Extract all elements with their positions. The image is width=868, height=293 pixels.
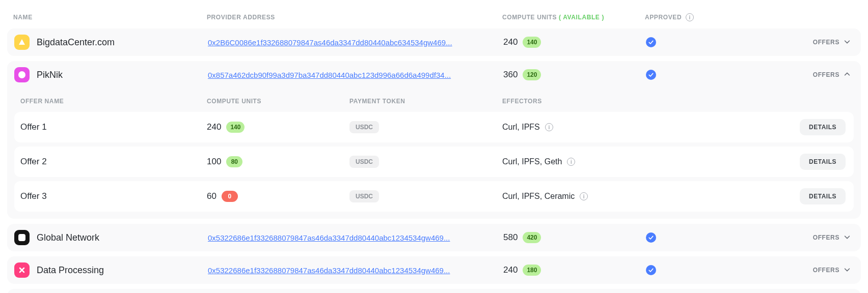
available-badge: 140 [226, 122, 245, 133]
chevron-up-icon [844, 71, 851, 79]
offer-row: Offer 210080USDCCurl, IPFS, GethiDETAILS [14, 146, 854, 177]
effectors: Curl, IPFS, Ceramici [502, 192, 706, 201]
table-row: DDC0x5322686e1f332688079847as46da3347dd8… [7, 289, 861, 293]
chevron-down-icon [844, 266, 851, 275]
provider-icon [14, 230, 30, 245]
approved-cell [646, 232, 738, 243]
col-approved: APPROVED i [645, 13, 737, 21]
provider-icon [14, 35, 30, 50]
effectors: Curl, IPFS, Gethi [502, 157, 706, 166]
chevron-down-icon [844, 233, 851, 242]
col-offer-name: OFFER NAME [20, 98, 207, 105]
provider-address[interactable]: 0x5322686e1f332688079847as46da3347dd8044… [208, 266, 503, 275]
provider-name-cell: BigdataCenter.com [14, 35, 208, 50]
available-badge: 0 [222, 191, 238, 202]
provider-name: Global Network [37, 232, 99, 243]
provider-name-cell: Global Network [14, 230, 208, 245]
table-header: NAME PROVIDER ADDRESS COMPUTE UNITS ( AV… [7, 10, 861, 28]
offers-toggle[interactable]: OFFERS [738, 266, 854, 275]
table-row: PikNik0x857a462dcb90f99a3d97ba347dd80440… [7, 61, 861, 89]
provider-icon [14, 67, 30, 82]
provider-name: Data Processing [37, 265, 104, 276]
table-row: Global Network0x5322686e1f332688079847as… [7, 224, 861, 251]
provider-address[interactable]: 0x857a462dcb90f99a3d97ba347dd80440abc123… [208, 71, 503, 79]
info-icon[interactable]: i [567, 158, 575, 166]
offer-name: Offer 1 [20, 122, 207, 132]
check-icon [646, 70, 656, 80]
details-button[interactable]: DETAILS [800, 119, 846, 135]
offer-cu: 10080 [207, 156, 349, 167]
check-icon [646, 37, 656, 47]
offer-name: Offer 2 [20, 157, 207, 167]
offer-name: Offer 3 [20, 191, 207, 201]
col-payment-token: PAYMENT TOKEN [349, 98, 502, 105]
offers-toggle[interactable]: OFFERS [738, 233, 854, 242]
payment-token: USDC [349, 156, 502, 168]
offer-row: Offer 3600USDCCurl, IPFS, CeramiciDETAIL… [14, 181, 854, 212]
offer-cu: 240140 [207, 122, 349, 133]
approved-cell [646, 265, 738, 275]
col-compute-units: COMPUTE UNITS ( AVAILABLE ) [502, 14, 645, 21]
offer-row: Offer 1240140USDCCurl, IPFSiDETAILS [14, 112, 854, 142]
details-button[interactable]: DETAILS [800, 188, 846, 204]
col-provider-address: PROVIDER ADDRESS [207, 14, 502, 21]
approved-cell [646, 37, 738, 47]
provider-name-cell: PikNik [14, 67, 208, 82]
offers-header: OFFER NAMECOMPUTE UNITSPAYMENT TOKENEFFE… [14, 93, 854, 112]
offer-cu: 600 [207, 191, 349, 202]
provider-icon [14, 262, 30, 278]
available-badge: 180 [523, 265, 541, 276]
payment-token: USDC [349, 121, 502, 133]
info-icon[interactable]: i [545, 123, 553, 131]
provider-name-cell: Data Processing [14, 262, 208, 278]
available-badge: 420 [523, 232, 541, 243]
provider-name: BigdataCenter.com [37, 37, 115, 48]
check-icon [646, 232, 656, 243]
provider-name: PikNik [37, 70, 63, 80]
compute-units: 360120 [503, 69, 646, 80]
available-badge: 120 [523, 69, 541, 80]
chevron-down-icon [844, 38, 851, 47]
effectors: Curl, IPFSi [502, 123, 706, 132]
offers-toggle[interactable]: OFFERS [738, 71, 854, 79]
payment-token: USDC [349, 190, 502, 202]
compute-units: 240140 [503, 37, 646, 48]
available-badge: 140 [523, 37, 541, 48]
info-icon[interactable]: i [686, 13, 694, 21]
check-icon [646, 265, 656, 275]
col-name: NAME [13, 14, 207, 21]
provider-address[interactable]: 0x5322686e1f332688079847as46da3347dd8044… [208, 233, 503, 242]
details-button[interactable]: DETAILS [800, 154, 846, 170]
table-row: Data Processing0x5322686e1f332688079847a… [7, 256, 861, 284]
available-badge: 80 [226, 156, 242, 167]
col-effectors: EFFECTORS [502, 98, 706, 105]
approved-cell [646, 70, 738, 80]
table-row: BigdataCenter.com0x2B6C0086e1f3326880798… [7, 28, 861, 56]
compute-units: 580420 [503, 232, 646, 243]
offers-toggle[interactable]: OFFERS [738, 38, 854, 47]
offers-block: OFFER NAMECOMPUTE UNITSPAYMENT TOKENEFFE… [7, 89, 861, 219]
provider-address[interactable]: 0x2B6C0086e1f332688079847as46da3347dd804… [208, 38, 503, 47]
col-offer-cu: COMPUTE UNITS [207, 98, 349, 105]
compute-units: 240180 [503, 265, 646, 276]
info-icon[interactable]: i [580, 192, 588, 200]
